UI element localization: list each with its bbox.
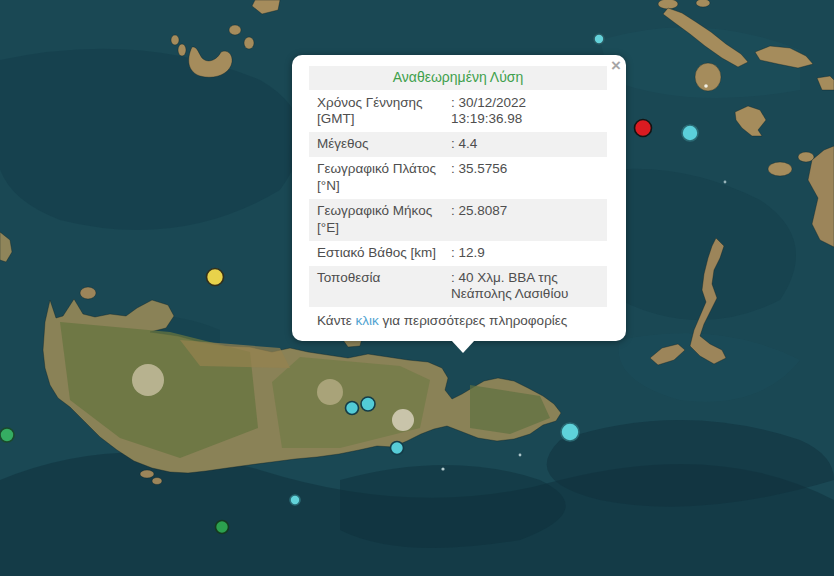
origin-time-label: Χρόνος Γέννησης [GMT] xyxy=(317,95,451,129)
row-magnitude: Μέγεθος : 4.4 xyxy=(309,132,607,157)
earthquake-marker[interactable] xyxy=(207,269,224,286)
row-depth: Εστιακό Βάθος [km] : 12.9 xyxy=(309,241,607,266)
earthquake-info-popup: × Αναθεωρημένη Λύση Χρόνος Γέννησης [GMT… xyxy=(292,55,626,341)
popup-title: Αναθεωρημένη Λύση xyxy=(309,66,607,90)
earthquake-marker[interactable] xyxy=(0,428,14,442)
row-location: Τοποθεσία : 40 Χλμ. ΒΒΑ της Νεάπολης Λασ… xyxy=(309,266,607,308)
latitude-value: : 35.5756 xyxy=(451,161,599,195)
close-icon[interactable]: × xyxy=(611,57,621,74)
earthquake-marker[interactable] xyxy=(594,34,604,44)
earthquake-marker[interactable] xyxy=(561,423,579,441)
location-label: Τοποθεσία xyxy=(317,270,451,304)
earthquake-marker[interactable] xyxy=(290,495,300,505)
earthquake-marker[interactable] xyxy=(361,397,375,411)
longitude-label: Γεωγραφικό Μήκος [°E] xyxy=(317,203,451,237)
row-longitude: Γεωγραφικό Μήκος [°E] : 25.8087 xyxy=(309,199,607,241)
longitude-value: : 25.8087 xyxy=(451,203,599,237)
map[interactable]: × Αναθεωρημένη Λύση Χρόνος Γέννησης [GMT… xyxy=(0,0,834,576)
earthquake-marker[interactable] xyxy=(346,402,359,415)
popup-rows: Χρόνος Γέννησης [GMT] : 30/12/2022 13:19… xyxy=(309,91,607,308)
earthquake-marker[interactable] xyxy=(635,120,652,137)
island-anafi xyxy=(695,63,721,91)
location-value: : 40 Χλμ. ΒΒΑ της Νεάπολης Λασιθίου xyxy=(451,270,599,304)
depth-label: Εστιακό Βάθος [km] xyxy=(317,245,451,262)
depth-value: : 12.9 xyxy=(451,245,599,262)
earthquake-marker[interactable] xyxy=(682,125,698,141)
earthquake-marker[interactable] xyxy=(216,521,229,534)
row-latitude: Γεωγραφικό Πλάτος [°N] : 35.5756 xyxy=(309,157,607,199)
earthquake-marker[interactable] xyxy=(391,442,404,455)
magnitude-label: Μέγεθος xyxy=(317,136,451,153)
magnitude-value: : 4.4 xyxy=(451,136,599,153)
row-origin-time: Χρόνος Γέννησης [GMT] : 30/12/2022 13:19… xyxy=(309,91,607,133)
footer-suffix: για περισσότερες πληροφορίες xyxy=(379,313,568,328)
more-info-link[interactable]: κλικ xyxy=(356,313,379,328)
popup-footer: Κάντε κλικ για περισσότερες πληροφορίες xyxy=(309,307,607,332)
footer-prefix: Κάντε xyxy=(317,313,356,328)
latitude-label: Γεωγραφικό Πλάτος [°N] xyxy=(317,161,451,195)
origin-time-value: : 30/12/2022 13:19:36.98 xyxy=(451,95,599,129)
